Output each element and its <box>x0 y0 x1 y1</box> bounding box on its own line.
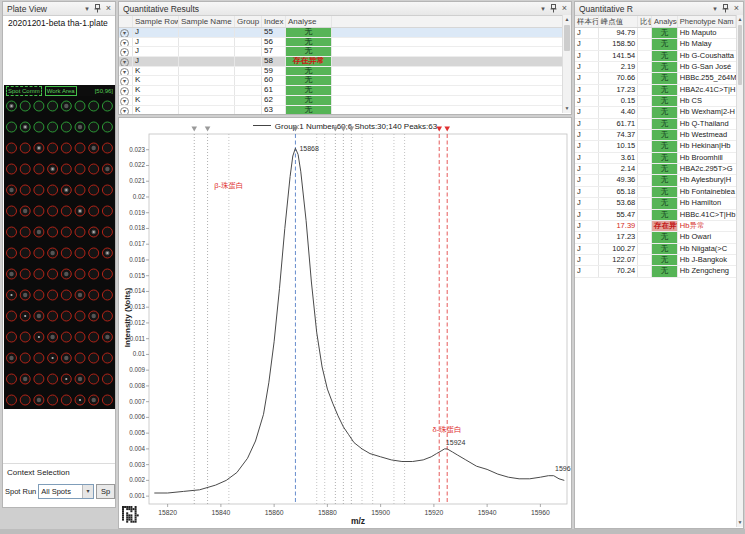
svg-text:0.014: 0.014 <box>129 287 145 294</box>
cell-sample-name <box>179 76 235 85</box>
column-header[interactable]: Sample Name <box>179 16 235 27</box>
table-row[interactable]: ▾J57无 <box>119 47 562 57</box>
pin-icon[interactable] <box>94 4 101 13</box>
close-icon[interactable]: × <box>734 2 739 15</box>
table-row[interactable]: J141.54无Hb G-Coushatta <box>575 51 736 62</box>
svg-text:0.017: 0.017 <box>129 240 145 247</box>
pin-icon[interactable] <box>550 4 557 13</box>
cell-ratio <box>638 107 652 117</box>
expand-row-icon[interactable]: ▾ <box>120 58 129 66</box>
table-row[interactable]: J53.68无Hb Hamilton <box>575 198 736 209</box>
pin-icon[interactable] <box>722 4 729 13</box>
spot-button[interactable]: Sp <box>96 484 115 499</box>
expand-row-icon[interactable]: ▾ <box>120 29 129 37</box>
spot-filter-dropdown[interactable]: All Spots ▾ <box>38 484 94 499</box>
table-row[interactable]: ▾K62无 <box>119 96 562 106</box>
column-header[interactable]: 样本行 <box>575 16 599 27</box>
expand-row-icon[interactable]: ▾ <box>120 39 129 47</box>
table-row[interactable]: J65.18无Hb Fontaineblea <box>575 187 736 198</box>
table-row[interactable]: ▾K63无 <box>119 106 562 115</box>
table-row[interactable]: J3.61无Hb Broomhill <box>575 153 736 164</box>
peak-marker-icon <box>333 127 339 132</box>
table-row[interactable]: J4.40无Hb Wexham|2-H <box>575 107 736 118</box>
window-menu-icon[interactable]: ▾ <box>713 2 717 15</box>
cell-phenotype-name: HBBc.255_264M <box>678 73 736 83</box>
scrollbar-thumb[interactable] <box>564 25 570 51</box>
table-row[interactable]: ▾J55无 <box>119 28 562 38</box>
column-header[interactable]: Analyse <box>286 16 332 27</box>
window-menu-icon[interactable]: ▾ <box>541 2 545 15</box>
cell-sample-name <box>179 47 235 56</box>
column-header[interactable]: Analyse <box>652 16 678 27</box>
window-menu-icon[interactable]: ▾ <box>85 2 89 15</box>
table-row[interactable]: J17.23无Hb Owari <box>575 232 736 243</box>
table-row[interactable]: J122.07无Hb J-Bangkok <box>575 255 736 266</box>
table-row[interactable]: J17.23无HBA2c.41C>T|H <box>575 85 736 96</box>
column-header[interactable]: 峰点值 <box>599 16 639 27</box>
table-row[interactable]: ▾K60无 <box>119 76 562 86</box>
expand-row-icon[interactable]: ▾ <box>120 107 129 115</box>
table-row[interactable]: J74.37无Hb Westmead <box>575 130 736 141</box>
expand-row-icon[interactable]: ▾ <box>120 77 129 85</box>
cell-ratio <box>638 255 652 265</box>
scroll-up-icon[interactable]: ▲ <box>737 15 743 24</box>
table-row[interactable]: J2.19无Hb G-San José <box>575 62 736 73</box>
cell-sample-name <box>179 96 235 105</box>
table-row[interactable]: ▾J56无 <box>119 38 562 48</box>
cell-filler <box>332 47 562 56</box>
column-header[interactable]: Phenotype Nam <box>678 16 736 27</box>
cell-peak-value: 61.71 <box>599 119 639 129</box>
column-header[interactable]: Group <box>235 16 262 27</box>
peak-marker-icon <box>293 127 299 132</box>
table-row[interactable]: J10.15无Hb Hekinan|Hb <box>575 141 736 152</box>
plate-spot <box>20 227 30 237</box>
table-row[interactable]: J158.50无Hb Malay <box>575 39 736 50</box>
close-icon[interactable]: × <box>106 2 111 15</box>
table-row[interactable]: ▾K61无 <box>119 86 562 96</box>
vertical-scrollbar[interactable]: ▲ ▼ <box>736 15 743 527</box>
plate-spot <box>48 122 58 132</box>
plate-spot <box>34 101 44 111</box>
cell-sample-row: K <box>133 76 179 85</box>
scroll-up-icon[interactable]: ▲ <box>563 15 571 24</box>
table-row[interactable]: J17.39存在异常Hb异常 <box>575 221 736 232</box>
plate-spot <box>102 395 112 405</box>
cell-ratio <box>638 221 652 231</box>
scroll-down-icon[interactable]: ▼ <box>737 518 743 527</box>
expand-row-icon[interactable]: ▾ <box>120 97 129 105</box>
table-row[interactable]: J61.71无Hb Q-Thailand <box>575 119 736 130</box>
plate-spot <box>102 374 112 384</box>
table-row[interactable]: J49.36无Hb Aylesbury|H <box>575 175 736 186</box>
plate-file-name[interactable]: 20201201-beta tha-1.plate <box>8 18 108 28</box>
plate-image[interactable]: Spot Comm Work Area [50,96] <box>4 85 115 409</box>
plate-spot <box>48 227 58 237</box>
table-row[interactable]: J70.66无HBBc.255_264M <box>575 73 736 84</box>
table-row[interactable]: J0.15无Hb CS <box>575 96 736 107</box>
table-row[interactable]: J55.47无HBBc.41C>T|Hb <box>575 210 736 221</box>
cell-sample-row: K <box>133 67 179 76</box>
table-row[interactable]: J100.27无Hb Niigata(>C <box>575 244 736 255</box>
context-selection-title: Context Selection <box>7 468 70 477</box>
cell-sample-row: J <box>575 232 599 242</box>
column-header <box>332 16 562 27</box>
column-header[interactable]: 比值 <box>638 16 652 27</box>
vertical-scrollbar[interactable]: ▲ ▼ <box>562 15 571 113</box>
table-row[interactable]: J70.24无Hb Zengcheng <box>575 266 736 277</box>
table-row[interactable]: ▾K59无 <box>119 67 562 77</box>
table-row[interactable]: ▾J58存在异常 <box>119 57 562 67</box>
plate-spot <box>7 395 17 405</box>
expand-row-icon[interactable]: ▾ <box>120 48 129 56</box>
expand-row-icon[interactable]: ▾ <box>120 68 129 76</box>
scrollbar-thumb[interactable] <box>738 25 742 85</box>
close-icon[interactable]: × <box>562 2 567 15</box>
scroll-down-icon[interactable]: ▼ <box>563 104 571 113</box>
plot-area <box>149 134 567 504</box>
table-row[interactable]: J2.14无HBA2c.295T>G <box>575 164 736 175</box>
column-header[interactable]: Sample Row <box>133 16 179 27</box>
column-header[interactable]: Index <box>262 16 286 27</box>
cell-peak-value: 55.47 <box>599 210 639 220</box>
expand-row-icon[interactable]: ▾ <box>120 87 129 95</box>
table-row[interactable]: J94.79无Hb Maputo <box>575 28 736 39</box>
tab-work-area[interactable]: Work Area <box>45 86 77 96</box>
tab-spot-comment[interactable]: Spot Comm <box>6 86 42 96</box>
